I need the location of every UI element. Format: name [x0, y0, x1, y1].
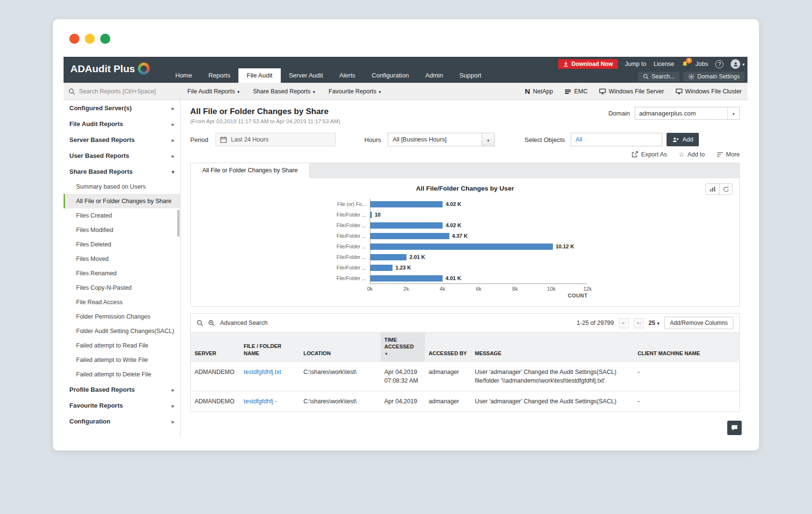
column-header-location[interactable]: LOCATION — [300, 333, 380, 362]
bar — [370, 222, 443, 229]
minimize-window-button[interactable] — [85, 34, 95, 44]
sidebar-item-failed-attempt-to-write-file[interactable]: Failed attempt to Write File — [64, 353, 180, 367]
nav-item-reports[interactable]: Reports — [200, 68, 239, 83]
axis-tick-label: 12k — [583, 286, 592, 292]
refresh-icon — [723, 186, 729, 193]
column-header-file-folder-name[interactable]: FILE / FOLDER NAME — [240, 333, 300, 362]
download-now-button[interactable]: Download Now — [558, 59, 618, 69]
add-button-label: Add — [682, 136, 693, 143]
nav-item-alerts[interactable]: Alerts — [331, 68, 364, 83]
bar-chart-button[interactable] — [706, 184, 719, 194]
sidebar-item-folder-audit-setting-changes-sacl[interactable]: Folder Audit Setting Changes(SACL) — [64, 324, 180, 338]
jobs-link[interactable]: Jobs — [695, 61, 708, 67]
add-objects-button[interactable]: Add — [667, 133, 699, 146]
sidebar-item-folder-permission-changes[interactable]: Folder Permission Changes — [64, 309, 180, 324]
nav-item-home[interactable]: Home — [167, 68, 200, 83]
bar-value-label: 10.12 K — [556, 244, 575, 249]
page-size-select[interactable]: 25 — [649, 320, 659, 326]
nav-item-server-audit[interactable]: Server Audit — [281, 68, 331, 83]
favourite-reports-dropdown[interactable]: Favourite Reports — [328, 88, 381, 95]
tab-all-file-or-folder-changes-by-share[interactable]: All File or Folder Changes by Share — [191, 163, 310, 178]
chat-support-button[interactable] — [727, 421, 742, 435]
advanced-search-link[interactable]: Advanced Search — [220, 320, 268, 326]
sidebar-item-all-file-or-folder-changes-by-share[interactable]: All File or Folder Changes by Share — [64, 194, 180, 208]
close-window-button[interactable] — [69, 34, 79, 44]
notification-badge: 3 — [686, 58, 692, 64]
jump-to-link[interactable]: Jump to — [625, 61, 646, 67]
cell-file-folder-name: testdfgfdhfj - — [240, 391, 300, 412]
sidebar-item-file-read-access[interactable]: File Read Access — [64, 295, 180, 309]
file-link[interactable]: testdfgfdhfj - — [244, 398, 277, 405]
column-header-server[interactable]: SERVER — [191, 333, 240, 362]
period-picker[interactable]: Last 24 Hours — [215, 133, 336, 146]
search-icon[interactable] — [196, 320, 203, 326]
sidebar-item-files-modified[interactable]: Files Modified — [64, 223, 180, 237]
domain-select[interactable]: admanagerplus.com — [635, 107, 740, 120]
sidebar-item-share-based-reports[interactable]: Share Based Reports — [64, 164, 180, 180]
nav-item-configuration[interactable]: Configuration — [364, 68, 417, 83]
hours-select[interactable]: All [Business Hours] — [388, 133, 495, 146]
table-row: ADMANDEMO testdfgfdhfj.txt C:\shares\wor… — [191, 361, 739, 391]
last-page-button[interactable] — [634, 318, 644, 328]
column-header-accessed-by[interactable]: ACCESSED BY — [425, 333, 471, 362]
column-header-client-machine-name[interactable]: CLIENT MACHINE NAME — [634, 333, 739, 362]
sidebar-item-configuration[interactable]: Configuration — [64, 413, 180, 429]
chart-type-buttons — [706, 183, 733, 195]
platform-windows-file-cluster[interactable]: Windows File Cluster — [676, 88, 742, 95]
file-link[interactable]: testdfgfdhfj.txt — [244, 369, 281, 375]
platform-emc[interactable]: EMC — [564, 88, 588, 95]
more-actions-button[interactable]: More — [717, 151, 740, 158]
sidebar-item-files-renamed[interactable]: Files Renamed — [64, 266, 180, 281]
sidebar-item-file-audit-reports[interactable]: File Audit Reports — [64, 116, 180, 132]
category-label: File/Folder ... — [329, 273, 370, 283]
platform-windows-file-server[interactable]: Windows File Server — [599, 88, 664, 95]
sidebar-item-files-copy-n-pasted[interactable]: Files Copy-N-Pasted — [64, 281, 180, 295]
nav-item-admin[interactable]: Admin — [417, 68, 451, 83]
share-based-reports-dropdown[interactable]: Share Based Reports — [253, 88, 315, 95]
next-page-button[interactable] — [619, 318, 629, 328]
file-audit-reports-dropdown[interactable]: File Audit Reports — [187, 88, 239, 95]
table-toolbar: Advanced Search 1-25 of 29799 25 Add/Rem… — [191, 314, 739, 332]
help-button[interactable]: ? — [715, 60, 723, 68]
sidebar-item-profile-based-reports[interactable]: Profile Based Reports — [64, 382, 180, 398]
license-link[interactable]: License — [654, 61, 674, 67]
bar-value-label: 10 — [375, 212, 380, 218]
advanced-search-icon[interactable] — [208, 320, 215, 326]
sidebar-item-files-moved[interactable]: Files Moved — [64, 252, 180, 266]
emc-icon — [564, 89, 571, 94]
column-header-message[interactable]: MESSAGE — [471, 333, 634, 362]
chevron-down-icon — [313, 88, 315, 95]
sidebar-item-summary-based-on-users[interactable]: Summary based on Users — [64, 180, 180, 194]
sidebar-scrollbar[interactable] — [177, 210, 180, 237]
notifications-button[interactable]: 3 — [681, 61, 688, 67]
sidebar-item-user-based-reports[interactable]: User Based Reports — [64, 148, 180, 164]
sidebar-item-configured-servers[interactable]: Configured Server(s) — [64, 100, 180, 116]
select-objects-input[interactable]: All — [571, 133, 662, 146]
sidebar-item-failed-attempt-to-delete-file[interactable]: Failed attempt to Delete File — [64, 367, 180, 382]
sidebar-item-files-created[interactable]: Files Created — [64, 208, 180, 223]
sidebar-item-server-based-reports[interactable]: Server Based Reports — [64, 132, 180, 148]
sidebar-item-failed-attempt-to-read-file[interactable]: Failed attempt to Read File — [64, 338, 180, 353]
chevron-down-icon — [657, 320, 659, 326]
nav-item-support[interactable]: Support — [451, 68, 490, 83]
add-remove-columns-button[interactable]: Add/Remove Columns — [664, 317, 733, 329]
sidebar-item-favourite-reports[interactable]: Favourite Reports — [64, 398, 180, 413]
search-reports-input[interactable] — [79, 88, 173, 95]
add-to-favourites-button[interactable]: Add to — [679, 151, 705, 158]
platform-netapp[interactable]: NetApp — [525, 88, 553, 95]
share-based-reports-label: Share Based Reports — [253, 88, 311, 95]
nav-item-file-audit[interactable]: File Audit — [238, 68, 280, 83]
bar-value-label: 4.02 K — [445, 201, 461, 207]
chart-category-labels: File (or) Fo... File/Folder ... File/Fol… — [329, 199, 370, 298]
global-search-button[interactable]: Search... — [638, 72, 680, 81]
sort-desc-icon — [384, 352, 421, 357]
sidebar-item-files-deleted[interactable]: Files Deleted — [64, 237, 180, 252]
refresh-chart-button[interactable] — [719, 184, 732, 194]
export-as-button[interactable]: Export As — [631, 151, 667, 158]
maximize-window-button[interactable] — [100, 34, 110, 44]
column-header-time-accessed[interactable]: TIME ACCESSED — [380, 333, 425, 362]
period-value: Last 24 Hours — [231, 136, 269, 143]
domain-settings-button[interactable]: Domain Settings — [683, 72, 745, 81]
column-header-label: TIME ACCESSED — [384, 337, 414, 349]
account-menu-button[interactable] — [731, 59, 745, 69]
